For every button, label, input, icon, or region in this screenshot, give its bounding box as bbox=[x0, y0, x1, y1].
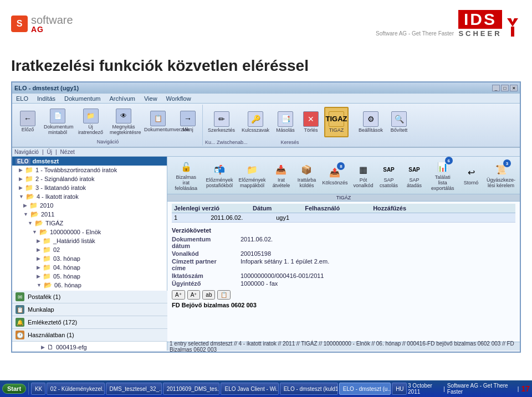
taskbar-elo-u-btn[interactable]: ELO - dmsteszt (u... bbox=[339, 383, 391, 395]
postafek-label: Postafék (1) bbox=[28, 293, 60, 300]
tree-item-2010[interactable]: ▶ 📁 2010 bbox=[12, 201, 167, 210]
tree-item-tigaz[interactable]: ▼ 📂 TIGÁZ bbox=[12, 219, 167, 228]
tigaz-pot-btn[interactable]: ▦ Pótvonalkód bbox=[351, 160, 375, 190]
taskbar-elo-java-btn[interactable]: ELO Java Client - Wi... bbox=[221, 383, 278, 395]
tree-item-hatarido[interactable]: ▶ 📁 _Határidő listák bbox=[12, 236, 167, 245]
ribbon-keywords-button[interactable]: 🔑 Kulcsszavak bbox=[239, 107, 272, 137]
tigaz-eloz-mappa-btn[interactable]: 📁 Előzményekmappákból bbox=[236, 160, 268, 190]
tree-item-2011[interactable]: ▼ 📂 2011 bbox=[12, 210, 167, 219]
keywords-icon: 🔑 bbox=[248, 111, 263, 127]
taskbar-20110609-btn[interactable]: 20110609_DMS_tes... bbox=[163, 383, 220, 395]
tigaz-bizalmas-btn[interactable]: 🔓 Bizalmas iratfelolásása bbox=[170, 157, 202, 193]
tree-root-label: dmsteszt bbox=[33, 158, 59, 164]
tigaz-eloz-posta-btn[interactable]: 📬 Előzményekpostafiókból bbox=[203, 160, 235, 190]
ribbon-sublabels: Ku... Zwischenab... Keresés bbox=[203, 140, 519, 146]
arrow-icon: ▶ bbox=[37, 247, 40, 252]
tree-item-2[interactable]: ▶ 📁 2 - Szignálandó iratok bbox=[12, 174, 167, 183]
menu-inditas[interactable]: Indítás bbox=[35, 95, 57, 102]
elo-label: ELO bbox=[16, 158, 30, 164]
ribbon-copy-button[interactable]: 📑 Másolás bbox=[273, 107, 298, 137]
tigaz-irat-btn[interactable]: 📥 Iratátvétele bbox=[269, 160, 293, 190]
minimize-button[interactable]: _ bbox=[492, 85, 500, 91]
taskbar-sep2: | bbox=[518, 386, 519, 392]
tigaz-talalati-btn[interactable]: 📊 6 Találati listaexportálás bbox=[428, 157, 458, 193]
tree-item-1[interactable]: ▶ 📁 1 - Továbbszortirozandó iratok bbox=[12, 166, 167, 174]
arrow-icon: ▶ bbox=[19, 167, 23, 173]
folder-icon: 📁 bbox=[25, 184, 33, 192]
tree-item-3[interactable]: ▶ 📁 3 - Iktatandó iratok bbox=[12, 183, 167, 192]
tree-item-04[interactable]: ▶ 📁 04. hónap bbox=[12, 263, 167, 272]
menu-view[interactable]: View bbox=[142, 95, 159, 102]
tigaz-storno-btn[interactable]: ↩ Stornó bbox=[459, 163, 483, 188]
vonalkod-label: Vonalkód bbox=[172, 250, 238, 257]
menu-dokumentum[interactable]: Dokumentum bbox=[63, 95, 102, 102]
go-label: Menj bbox=[182, 127, 193, 133]
tree-item-000419[interactable]: ▶ 🗋 000419-efg bbox=[12, 343, 167, 350]
folder-icon: 📁 bbox=[43, 246, 51, 254]
ribbon-new-folder-button[interactable]: 📁 Újiratrendező bbox=[75, 107, 106, 137]
start-button[interactable]: Start bbox=[2, 384, 26, 394]
ribbon-open-button[interactable]: 👁 Megnyitásmegtekintésre bbox=[107, 107, 140, 137]
munkalap-panel[interactable]: 📋 Munkalap bbox=[12, 303, 167, 316]
ribbon-prev-button[interactable]: ← Előző bbox=[16, 107, 40, 137]
tigaz-label: TIGAZ bbox=[329, 128, 344, 133]
ribbon-doc-template-button[interactable]: 📄 Dokumentummintaból bbox=[41, 107, 74, 137]
menu-workflow[interactable]: Workflow bbox=[165, 95, 193, 102]
tree-header: ELO dmsteszt bbox=[12, 157, 167, 166]
close-button[interactable]: ✕ bbox=[510, 85, 518, 91]
tree-item-4[interactable]: ▼ 📂 4 - Ikatott iratok bbox=[12, 192, 167, 201]
tree-item-03[interactable]: ▶ 📁 03. hónap bbox=[12, 254, 167, 263]
format-a3-btn[interactable]: ab bbox=[202, 290, 215, 300]
hasznalat-panel[interactable]: 🕐 Használatban (1) bbox=[12, 329, 167, 342]
tree-item-label: 04. hónap bbox=[53, 264, 80, 271]
prev-label: Előző bbox=[22, 127, 34, 133]
ribbon-versions-button[interactable]: 📋 Dokumentumverziók bbox=[141, 107, 175, 137]
ribbon: ← Előző 📄 Dokumentummintaból 📁 Újiratren… bbox=[12, 104, 520, 148]
emlekezeto-label: Emlékeztető (172) bbox=[28, 319, 77, 326]
verzio-section: Verziókövetet Dokumentumdátum 2011.06.02… bbox=[172, 227, 515, 287]
tigaz-kolcsonzes-btn[interactable]: 📤 8 Kölcsönzés bbox=[320, 163, 350, 188]
versions-label: Dokumentumverziók bbox=[144, 127, 172, 133]
format-a4-btn[interactable]: 📋 bbox=[217, 290, 231, 300]
tree-item-06[interactable]: ▼ 📂 06. hónap bbox=[12, 281, 167, 290]
taskbar-kk-btn[interactable]: KK bbox=[31, 383, 45, 395]
arrow-icon: ▶ bbox=[19, 185, 23, 190]
ribbon-tigaz-button[interactable]: TIGAZ TIGAZ bbox=[324, 107, 349, 137]
tigaz-sap-atadas-btn[interactable]: SAP SAPátadás bbox=[402, 160, 427, 190]
taskbar-kuldemeny-btn[interactable]: 02 - Küldeménykezel... bbox=[47, 383, 105, 395]
open-label: Megnyitásmegtekintésre bbox=[110, 125, 137, 136]
right-panel: 🔓 Bizalmas iratfelolásása 📬 Előzményekpo… bbox=[167, 157, 520, 350]
postafek-panel[interactable]: ✉ Postafék (1) bbox=[12, 291, 167, 303]
tree-item-label: 05. hónap bbox=[53, 273, 80, 280]
folder-icon: 📁 bbox=[43, 264, 51, 271]
tigaz-irattarba-btn[interactable]: 📦 Irattárbaküldés bbox=[294, 160, 319, 190]
keresés-label: Keresés bbox=[281, 140, 299, 145]
ribbon-go-button[interactable]: → Menj bbox=[176, 107, 200, 137]
iktato-value: 1000000000/000416-001/2011 bbox=[241, 272, 515, 279]
menu-elo[interactable]: ELO bbox=[14, 95, 30, 102]
ribbon-advanced-button[interactable]: 🔍 Bővített bbox=[387, 107, 411, 137]
copy-label: Másolás bbox=[276, 128, 295, 133]
tree-item-elnok[interactable]: ▼ 📂 100000000 - Elnök bbox=[12, 228, 167, 236]
ribbon-settings-button[interactable]: ⚙ Beállítások bbox=[356, 107, 386, 137]
taskbar-hu-btn[interactable]: HU bbox=[392, 383, 407, 395]
tree-item-05[interactable]: ▶ 📁 05. hónap bbox=[12, 272, 167, 281]
window-controls[interactable]: _ □ ✕ bbox=[492, 85, 518, 91]
taskbar-dms-btn[interactable]: DMS_tesztesel_32_... bbox=[106, 383, 162, 395]
format-a-btn[interactable]: A⁺ bbox=[172, 290, 185, 300]
ribbon-delete-button[interactable]: ✕ Törlés bbox=[299, 107, 323, 137]
taskbar-elo-kuld-btn[interactable]: ELO - dmsteszt (kuld1) bbox=[280, 383, 338, 395]
tigaz-toolbar: 🔓 Bizalmas iratfelolásása 📬 Előzményekpo… bbox=[167, 157, 520, 194]
maximize-button[interactable]: □ bbox=[501, 85, 509, 91]
tree-item-02[interactable]: ▶ 📁 02 bbox=[12, 245, 167, 254]
status-text: 1 entry selected dmsteszt // 4 - ikatott… bbox=[170, 341, 518, 353]
navigation-bar: Navigáció | Új | Nézet bbox=[12, 148, 520, 157]
menu-archivum[interactable]: Archívum bbox=[108, 95, 136, 102]
tigaz-ugyesz-btn[interactable]: 📜 3 Ügyászkeze-lési kérelem bbox=[484, 160, 518, 190]
emlekezeto-panel[interactable]: 🔔 Emlékeztető (172) bbox=[12, 316, 167, 329]
tigaz-sap-csatolas-btn[interactable]: SAP SAPcsatolás bbox=[377, 160, 401, 190]
hasznalat-label: Használatban (1) bbox=[28, 332, 74, 338]
irattarba-label: Irattárbaküldés bbox=[298, 178, 316, 189]
format-a2-btn[interactable]: A⁺ bbox=[187, 290, 201, 300]
ribbon-edit-button[interactable]: ✏ Szerkesztés bbox=[205, 107, 238, 137]
